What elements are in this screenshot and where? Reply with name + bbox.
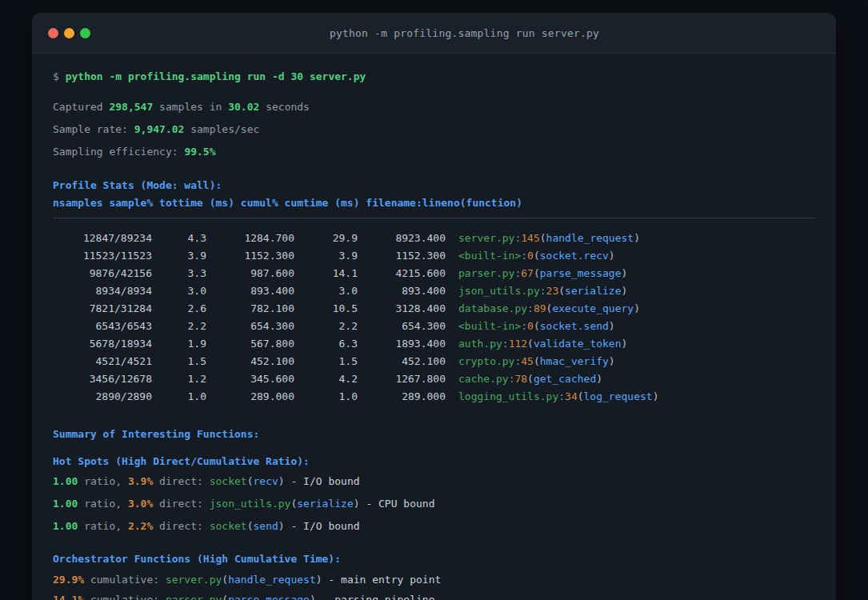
function-name: get_cached <box>534 373 596 385</box>
module-name: socket <box>210 475 247 487</box>
nsamples-cell: 6543/6543 <box>53 318 152 335</box>
cumul-pct-cell: 3.9 <box>294 247 358 265</box>
cumtime-cell: 4215.600 <box>358 265 446 282</box>
cumtime-cell: 893.400 <box>358 282 446 300</box>
cumtime-cell: 1267.800 <box>358 370 446 388</box>
open-paren: ( <box>534 267 540 279</box>
direct-label: direct: <box>159 475 203 487</box>
tottime-cell: 782.100 <box>206 300 294 318</box>
cumul-pct-cell: 1.5 <box>294 353 358 370</box>
direct-pct-value: 3.0% <box>128 498 153 510</box>
cumul-pct-cell: 1.0 <box>294 388 358 406</box>
cumtime-cell: 452.100 <box>358 353 446 370</box>
tottime-cell: 1152.300 <box>206 247 294 265</box>
open-paren: ( <box>558 285 565 297</box>
table-row: 8934/89343.0893.4003.0893.400json_utils.… <box>53 282 815 300</box>
close-paren: ) <box>316 574 322 586</box>
sample-pct-cell: 1.5 <box>152 353 206 370</box>
lineno: 34 <box>565 390 578 402</box>
terminal-output: $ python -m profiling.sampling run -d 30… <box>32 54 836 600</box>
minimize-button[interactable] <box>64 28 74 38</box>
captured-line: Captured 298,547 samples in 30.02 second… <box>53 96 815 118</box>
open-paren: ( <box>222 594 228 600</box>
direct-pct-value: 3.9% <box>128 475 153 487</box>
ratio-label: ratio, <box>84 475 122 487</box>
direct-label: direct: <box>159 498 203 510</box>
nsamples-cell: 4521/4521 <box>53 353 152 370</box>
module-name: parser.py <box>166 594 222 600</box>
tottime-cell: 345.600 <box>206 370 294 388</box>
cumul-pct-cell: 4.2 <box>294 370 358 388</box>
profile-stats-header: Profile Stats (Mode: wall): <box>53 177 815 194</box>
close-paren: ) <box>310 594 316 600</box>
cumul-pct-cell: 2.2 <box>294 318 358 335</box>
direct-pct-value: 2.2% <box>128 520 153 532</box>
function-name: execute_query <box>552 302 634 314</box>
cumtime-cell: 654.300 <box>358 318 446 335</box>
sample-pct-cell: 3.3 <box>152 265 206 282</box>
direct-label: direct: <box>159 520 203 532</box>
open-paren: ( <box>222 574 228 586</box>
lineno: 112 <box>509 338 527 350</box>
tottime-cell: 452.100 <box>206 353 294 370</box>
lineno: 45 <box>521 355 534 367</box>
sample-pct-cell: 1.2 <box>152 370 206 388</box>
function-name: parse_message <box>228 594 310 600</box>
tottime-cell: 987.600 <box>206 265 294 282</box>
lineno: 0 <box>527 250 534 262</box>
summary-header: Summary of Interesting Functions: <box>53 426 815 443</box>
module-name: server.py <box>166 574 222 586</box>
close-paren: ) <box>609 355 615 367</box>
tottime-cell: 289.000 <box>206 388 294 406</box>
orchestrator-list: 29.9% cumulative: server.py(handle_reque… <box>53 570 815 600</box>
tottime-cell: 567.800 <box>206 335 294 353</box>
efficiency-value: 99.5% <box>184 146 215 158</box>
ratio-label: ratio, <box>84 498 122 510</box>
captured-seconds-value: 30.02 <box>228 101 259 113</box>
table-row: 11523/115233.91152.3003.91152.300<built-… <box>53 247 815 265</box>
table-row: 5678/189341.9567.8006.31893.400auth.py:1… <box>53 335 815 353</box>
table-row: 3456/126781.2345.6004.21267.800cache.py:… <box>53 370 815 388</box>
sample-pct-cell: 4.3 <box>152 230 206 247</box>
captured-label: Captured <box>53 101 103 113</box>
sample-rate-value: 9,947.02 <box>134 123 185 135</box>
close-paren: ) <box>609 320 615 332</box>
close-paren: ) <box>354 498 360 510</box>
nsamples-cell: 11523/11523 <box>53 247 152 265</box>
location-cell: json_utils.py:23(serialize) <box>458 282 627 300</box>
orchestrator-note: - parsing pipeline <box>322 594 435 600</box>
hotspot-note: - I/O bound <box>290 475 359 487</box>
table-row: 12847/892344.31284.70029.98923.400server… <box>53 230 815 247</box>
open-paren: ( <box>534 320 540 332</box>
cumul-pct-cell: 10.5 <box>294 300 358 318</box>
tottime-cell: 1284.700 <box>206 230 294 247</box>
close-paren: ) <box>278 520 285 532</box>
open-paren: ( <box>540 232 546 244</box>
tottime-cell: 893.400 <box>206 282 294 300</box>
sample-pct-cell: 1.9 <box>152 335 206 353</box>
cumulative-pct-value: 14.1% <box>53 594 84 600</box>
cumtime-cell: 8923.400 <box>358 230 446 247</box>
function-name: socket.recv <box>540 250 609 262</box>
open-paren: ( <box>578 390 584 402</box>
colon: : <box>521 320 527 332</box>
module-name: json_utils.py <box>210 498 291 510</box>
location-cell: parser.py:67(parse_message) <box>458 265 627 282</box>
function-name: handle_request <box>546 232 634 244</box>
maximize-button[interactable] <box>80 28 90 38</box>
terminal-window: python -m profiling.sampling run server.… <box>32 13 836 600</box>
open-paren: ( <box>527 338 534 350</box>
sample-rate-label: Sample rate: <box>53 123 128 135</box>
header-divider <box>53 218 815 218</box>
module-name: socket <box>210 520 247 532</box>
cumul-pct-cell: 3.0 <box>294 282 358 300</box>
filename: parser.py <box>458 267 514 279</box>
tottime-cell: 654.300 <box>206 318 294 335</box>
nsamples-cell: 7821/31284 <box>53 300 152 318</box>
location-cell: auth.py:112(validate_token) <box>458 335 627 353</box>
filename: database.py <box>458 302 527 314</box>
close-button[interactable] <box>48 28 58 38</box>
function-name: hmac_verify <box>540 355 609 367</box>
close-paren: ) <box>634 302 640 314</box>
cumtime-cell: 289.000 <box>358 388 446 406</box>
